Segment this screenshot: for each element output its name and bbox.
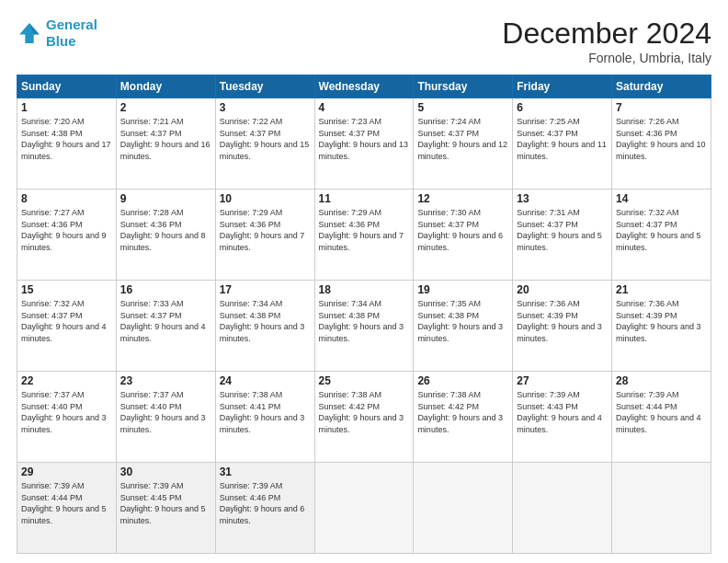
- col-saturday: Saturday: [612, 75, 711, 98]
- table-row: [314, 463, 414, 554]
- day-number: 21: [616, 283, 707, 296]
- day-number: 19: [417, 283, 508, 296]
- day-number: 24: [220, 374, 311, 387]
- table-row: 11 Sunrise: 7:29 AM Sunset: 4:36 PM Dayl…: [314, 190, 414, 281]
- day-number: 16: [120, 283, 211, 296]
- day-info: Sunrise: 7:33 AM Sunset: 4:37 PM Dayligh…: [120, 298, 211, 344]
- calendar-week-row: 22 Sunrise: 7:37 AM Sunset: 4:40 PM Dayl…: [17, 372, 711, 463]
- day-number: 8: [21, 192, 112, 205]
- col-sunday: Sunday: [17, 75, 117, 98]
- table-row: [414, 463, 513, 554]
- table-row: 13 Sunrise: 7:31 AM Sunset: 4:37 PM Dayl…: [513, 190, 612, 281]
- day-number: 23: [120, 374, 211, 387]
- table-row: 9 Sunrise: 7:28 AM Sunset: 4:36 PM Dayli…: [116, 190, 215, 281]
- table-row: 21 Sunrise: 7:36 AM Sunset: 4:39 PM Dayl…: [612, 281, 711, 372]
- table-row: 15 Sunrise: 7:32 AM Sunset: 4:37 PM Dayl…: [17, 281, 117, 372]
- table-row: 22 Sunrise: 7:37 AM Sunset: 4:40 PM Dayl…: [17, 372, 117, 463]
- day-info: Sunrise: 7:37 AM Sunset: 4:40 PM Dayligh…: [21, 389, 112, 435]
- logo-icon: [17, 20, 42, 46]
- day-number: 22: [21, 374, 112, 387]
- day-number: 20: [517, 283, 608, 296]
- table-row: 18 Sunrise: 7:34 AM Sunset: 4:38 PM Dayl…: [314, 281, 414, 372]
- day-info: Sunrise: 7:36 AM Sunset: 4:39 PM Dayligh…: [616, 298, 707, 344]
- day-number: 26: [417, 374, 508, 387]
- day-info: Sunrise: 7:31 AM Sunset: 4:37 PM Dayligh…: [517, 207, 608, 253]
- day-number: 29: [21, 465, 112, 478]
- day-info: Sunrise: 7:32 AM Sunset: 4:37 PM Dayligh…: [21, 298, 112, 344]
- calendar-week-row: 1 Sunrise: 7:20 AM Sunset: 4:38 PM Dayli…: [17, 98, 711, 190]
- table-row: 16 Sunrise: 7:33 AM Sunset: 4:37 PM Dayl…: [116, 281, 215, 372]
- day-info: Sunrise: 7:25 AM Sunset: 4:37 PM Dayligh…: [517, 116, 608, 162]
- day-number: 11: [319, 192, 410, 205]
- calendar-title: December 2024: [502, 17, 711, 51]
- day-info: Sunrise: 7:21 AM Sunset: 4:37 PM Dayligh…: [120, 116, 211, 162]
- table-row: 26 Sunrise: 7:38 AM Sunset: 4:42 PM Dayl…: [414, 372, 513, 463]
- day-number: 10: [220, 192, 311, 205]
- col-tuesday: Tuesday: [215, 75, 314, 98]
- day-info: Sunrise: 7:39 AM Sunset: 4:44 PM Dayligh…: [21, 480, 112, 526]
- table-row: 3 Sunrise: 7:22 AM Sunset: 4:37 PM Dayli…: [215, 98, 314, 190]
- day-number: 14: [616, 192, 707, 205]
- table-row: 8 Sunrise: 7:27 AM Sunset: 4:36 PM Dayli…: [17, 190, 117, 281]
- day-number: 17: [220, 283, 311, 296]
- table-row: 31 Sunrise: 7:39 AM Sunset: 4:46 PM Dayl…: [215, 463, 314, 554]
- day-number: 27: [517, 374, 608, 387]
- table-row: 12 Sunrise: 7:30 AM Sunset: 4:37 PM Dayl…: [414, 190, 513, 281]
- table-row: 23 Sunrise: 7:37 AM Sunset: 4:40 PM Dayl…: [116, 372, 215, 463]
- logo: General Blue: [17, 17, 97, 50]
- day-info: Sunrise: 7:26 AM Sunset: 4:36 PM Dayligh…: [616, 116, 707, 162]
- day-number: 13: [517, 192, 608, 205]
- day-number: 31: [220, 465, 311, 478]
- day-info: Sunrise: 7:39 AM Sunset: 4:45 PM Dayligh…: [120, 480, 211, 526]
- table-row: 30 Sunrise: 7:39 AM Sunset: 4:45 PM Dayl…: [116, 463, 215, 554]
- table-row: [612, 463, 711, 554]
- table-row: 20 Sunrise: 7:36 AM Sunset: 4:39 PM Dayl…: [513, 281, 612, 372]
- day-number: 18: [319, 283, 410, 296]
- day-info: Sunrise: 7:23 AM Sunset: 4:37 PM Dayligh…: [319, 116, 410, 162]
- day-number: 7: [616, 101, 707, 114]
- day-info: Sunrise: 7:32 AM Sunset: 4:37 PM Dayligh…: [616, 207, 707, 253]
- logo-general: General: [46, 17, 97, 32]
- table-row: 14 Sunrise: 7:32 AM Sunset: 4:37 PM Dayl…: [612, 190, 711, 281]
- day-info: Sunrise: 7:22 AM Sunset: 4:37 PM Dayligh…: [220, 116, 311, 162]
- day-number: 4: [319, 101, 410, 114]
- table-row: 7 Sunrise: 7:26 AM Sunset: 4:36 PM Dayli…: [612, 98, 711, 190]
- day-number: 25: [319, 374, 410, 387]
- day-number: 5: [417, 101, 508, 114]
- title-block: December 2024 Fornole, Umbria, Italy: [502, 17, 711, 65]
- table-row: 10 Sunrise: 7:29 AM Sunset: 4:36 PM Dayl…: [215, 190, 314, 281]
- col-friday: Friday: [513, 75, 612, 98]
- col-monday: Monday: [116, 75, 215, 98]
- day-number: 6: [517, 101, 608, 114]
- day-info: Sunrise: 7:30 AM Sunset: 4:37 PM Dayligh…: [417, 207, 508, 253]
- day-info: Sunrise: 7:39 AM Sunset: 4:43 PM Dayligh…: [517, 389, 608, 435]
- day-info: Sunrise: 7:39 AM Sunset: 4:44 PM Dayligh…: [616, 389, 707, 435]
- table-row: 25 Sunrise: 7:38 AM Sunset: 4:42 PM Dayl…: [314, 372, 414, 463]
- day-info: Sunrise: 7:37 AM Sunset: 4:40 PM Dayligh…: [120, 389, 211, 435]
- header: General Blue December 2024 Fornole, Umbr…: [17, 17, 711, 65]
- calendar-table: Sunday Monday Tuesday Wednesday Thursday…: [17, 75, 711, 554]
- day-number: 2: [120, 101, 211, 114]
- page: General Blue December 2024 Fornole, Umbr…: [0, 0, 728, 563]
- table-row: 28 Sunrise: 7:39 AM Sunset: 4:44 PM Dayl…: [612, 372, 711, 463]
- table-row: 24 Sunrise: 7:38 AM Sunset: 4:41 PM Dayl…: [215, 372, 314, 463]
- table-row: [513, 463, 612, 554]
- day-number: 1: [21, 101, 112, 114]
- day-info: Sunrise: 7:39 AM Sunset: 4:46 PM Dayligh…: [220, 480, 311, 526]
- calendar-header-row: Sunday Monday Tuesday Wednesday Thursday…: [17, 75, 711, 98]
- day-info: Sunrise: 7:29 AM Sunset: 4:36 PM Dayligh…: [220, 207, 311, 253]
- col-thursday: Thursday: [414, 75, 513, 98]
- table-row: 27 Sunrise: 7:39 AM Sunset: 4:43 PM Dayl…: [513, 372, 612, 463]
- col-wednesday: Wednesday: [314, 75, 414, 98]
- calendar-week-row: 29 Sunrise: 7:39 AM Sunset: 4:44 PM Dayl…: [17, 463, 711, 554]
- day-info: Sunrise: 7:29 AM Sunset: 4:36 PM Dayligh…: [319, 207, 410, 253]
- logo-text: General Blue: [46, 17, 97, 50]
- day-info: Sunrise: 7:36 AM Sunset: 4:39 PM Dayligh…: [517, 298, 608, 344]
- day-info: Sunrise: 7:27 AM Sunset: 4:36 PM Dayligh…: [21, 207, 112, 253]
- day-number: 12: [417, 192, 508, 205]
- day-number: 15: [21, 283, 112, 296]
- calendar-week-row: 8 Sunrise: 7:27 AM Sunset: 4:36 PM Dayli…: [17, 190, 711, 281]
- calendar-subtitle: Fornole, Umbria, Italy: [502, 51, 711, 65]
- day-info: Sunrise: 7:28 AM Sunset: 4:36 PM Dayligh…: [120, 207, 211, 253]
- table-row: 6 Sunrise: 7:25 AM Sunset: 4:37 PM Dayli…: [513, 98, 612, 190]
